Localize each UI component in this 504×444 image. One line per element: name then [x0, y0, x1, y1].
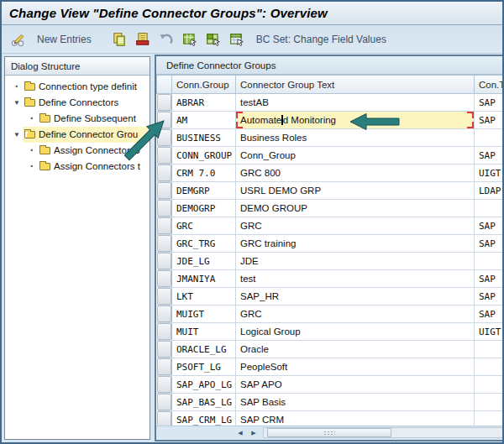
table-row[interactable]: GRC_TRGGRC trainingSAP [157, 235, 504, 253]
row-selector-cell[interactable] [157, 288, 172, 306]
row-selector-cell[interactable] [157, 200, 172, 217]
row-selector-button[interactable] [157, 217, 172, 234]
conn-type-cell[interactable]: SAP [475, 217, 504, 235]
table-row[interactable]: SAP_BAS_LGSAP Basis [157, 394, 504, 411]
row-selector-button[interactable] [157, 129, 172, 146]
table-row[interactable]: CONN_GROUPConn_GroupSAP [157, 147, 504, 165]
row-selector-button[interactable] [157, 288, 172, 305]
conn-group-cell[interactable]: LKT [172, 288, 236, 306]
conn-type-cell[interactable]: SAP [475, 270, 504, 288]
conn-group-cell[interactable]: BUSINESS [172, 129, 236, 147]
group-text-cell[interactable]: GRC 800 [236, 165, 475, 182]
collapse-triangle-icon[interactable]: ▼ [12, 127, 22, 143]
group-text-cell[interactable]: SAP Basis [236, 394, 475, 411]
group-text-cell[interactable]: DEMO GROUP [236, 200, 475, 217]
row-selector-button[interactable] [157, 358, 172, 375]
conn-group-cell[interactable]: GRC [172, 217, 236, 235]
conn-type-cell[interactable] [475, 341, 504, 358]
table-row[interactable]: PSOFT_LGPeopleSoft [157, 358, 504, 376]
conn-group-cell[interactable]: DEMGRP [172, 182, 236, 200]
group-text-cell[interactable]: SAP_HR [236, 288, 475, 306]
row-selector-cell[interactable] [157, 306, 172, 323]
group-text-cell[interactable]: PeopleSoft [236, 358, 475, 376]
conn-group-cell[interactable]: MUIGT [172, 306, 236, 323]
group-text-cell[interactable]: testAB [236, 94, 475, 112]
conn-group-cell[interactable]: JMANIYA [172, 270, 236, 288]
conn-type-cell[interactable] [475, 200, 504, 217]
scroll-right-button[interactable]: ▶ [247, 427, 260, 439]
row-selector-button[interactable] [157, 147, 172, 164]
conn-type-cell[interactable]: SAP [475, 112, 504, 129]
conn-group-cell[interactable]: SAP_APO_LG [172, 376, 236, 394]
conn-type-cell[interactable] [475, 376, 504, 394]
table-row[interactable]: CRM 7.0GRC 800UIGT [157, 165, 504, 182]
table-row[interactable]: BUSINESSBusiness Roles [157, 129, 504, 147]
row-selector-button[interactable] [157, 165, 172, 181]
row-selector-cell[interactable] [157, 112, 172, 129]
conn-group-cell[interactable]: DEMOGRP [172, 200, 236, 217]
group-text-cell[interactable]: GRC training [236, 235, 475, 253]
selector-column-header[interactable] [157, 76, 172, 94]
conn-type-cell[interactable] [475, 358, 504, 376]
group-text-cell[interactable]: Logical Group [236, 323, 475, 341]
scrollbar-thumb[interactable] [267, 428, 391, 437]
row-selector-cell[interactable] [157, 323, 172, 341]
table-row[interactable]: JMANIYAtestSAP [157, 270, 504, 288]
conn-type-cell[interactable]: UIGT [475, 323, 504, 341]
scroll-left-button[interactable]: ◀ [234, 427, 247, 439]
conn-type-cell[interactable]: UIGT [475, 165, 504, 182]
conn-group-cell[interactable]: ORACLE_LG [172, 341, 236, 358]
table-row[interactable]: JDE_LGJDE [157, 253, 504, 270]
group-text-cell[interactable]: Oracle [236, 341, 475, 358]
row-selector-cell[interactable] [157, 182, 172, 200]
new-entries-button[interactable]: New Entries [32, 34, 97, 45]
row-selector-cell[interactable] [157, 376, 172, 394]
column-header-con-type[interactable]: Con.Typ [475, 76, 504, 94]
conn-type-cell[interactable] [475, 253, 504, 270]
row-selector-button[interactable] [157, 376, 172, 393]
bc-set-button[interactable]: BC Set: Change Field Values [251, 34, 391, 45]
conn-type-cell[interactable]: SAP [475, 306, 504, 323]
group-text-cell[interactable]: test [236, 270, 475, 288]
table-row[interactable]: SAP_APO_LGSAP APO [157, 376, 504, 394]
row-selector-button[interactable] [157, 323, 172, 340]
conn-type-cell[interactable]: LDAP [475, 182, 504, 200]
deselect-all-button[interactable] [228, 31, 246, 48]
select-all-button[interactable] [181, 31, 199, 48]
table-row[interactable]: LKTSAP_HRSAP [157, 288, 504, 306]
tree-item[interactable]: ·Define Subsequent [5, 111, 150, 127]
row-selector-cell[interactable] [157, 147, 172, 165]
tree-item[interactable]: ▼Define Connector Grou [5, 127, 150, 143]
display-change-button[interactable] [8, 31, 27, 48]
conn-group-cell[interactable]: SAP_BAS_LG [172, 394, 236, 411]
row-selector-button[interactable] [157, 182, 172, 199]
table-row[interactable]: DEMOGRPDEMO GROUP [157, 200, 504, 217]
tree-item[interactable]: ·Assign Connectors t [5, 159, 150, 175]
scrollbar-track[interactable] [263, 427, 504, 438]
group-text-cell[interactable]: GRC [236, 217, 475, 235]
conn-group-cell[interactable]: JDE_LG [172, 253, 236, 270]
copy-entries-button[interactable] [110, 31, 129, 48]
row-selector-button[interactable] [157, 306, 172, 322]
row-selector-button[interactable] [157, 341, 172, 358]
collapse-triangle-icon[interactable]: ▼ [12, 95, 22, 111]
table-row[interactable]: DEMGRPUSRL DEMO GRPLDAP [157, 182, 504, 200]
row-selector-cell[interactable] [157, 394, 172, 411]
row-selector-button[interactable] [157, 394, 172, 410]
group-text-cell[interactable]: USRL DEMO GRP [236, 182, 475, 200]
select-block-button[interactable] [204, 31, 223, 48]
table-row[interactable]: ORACLE_LGOracle [157, 341, 504, 358]
row-selector-cell[interactable] [157, 165, 172, 182]
group-text-cell[interactable]: Conn_Group [236, 147, 475, 165]
row-selector-cell[interactable] [157, 270, 172, 288]
conn-type-cell[interactable] [475, 394, 504, 411]
row-selector-button[interactable] [157, 270, 172, 287]
conn-group-cell[interactable]: GRC_TRG [172, 235, 236, 253]
conn-type-cell[interactable]: SAP [475, 235, 504, 253]
undo-change-button[interactable] [157, 31, 176, 48]
table-row[interactable]: AMAutomated MonitoringSAP [157, 112, 504, 129]
table-row[interactable]: MUITLogical GroupUIGT [157, 323, 504, 341]
row-selector-cell[interactable] [157, 341, 172, 358]
table-row[interactable]: ABRARtestABSAP [157, 94, 504, 112]
column-header-group-text[interactable]: Connector Group Text [236, 76, 475, 94]
